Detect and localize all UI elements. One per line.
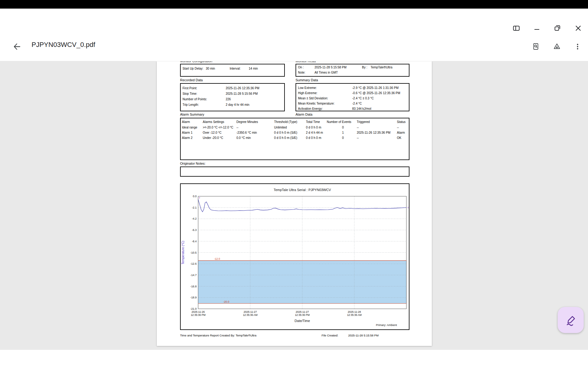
field-value: 14 min	[249, 67, 258, 70]
find-in-document-icon	[532, 43, 540, 51]
section-title-summary-data: Summary Data	[296, 78, 318, 82]
annotate-pen-icon	[564, 314, 577, 327]
alarm-cell: >=-20.0 °C <=-12.0 °C	[203, 126, 233, 129]
back-button[interactable]	[10, 40, 24, 53]
field-label: Low Extreme:	[298, 86, 317, 90]
alarm-col-header: Triggered	[357, 120, 370, 124]
restore-icon	[553, 24, 561, 32]
section-title-alarm-data: Alarm Data	[296, 113, 312, 116]
find-in-document-button[interactable]	[529, 40, 543, 53]
taskbar: VIE 28	[0, 350, 588, 368]
svg-text:2025-11-28: 2025-11-28	[348, 310, 361, 313]
field-label: Mean ± Std Deviation:	[298, 97, 328, 100]
svg-text:T: T	[407, 206, 409, 209]
section-title-alarm-summary: Alarm Summary	[180, 113, 204, 116]
alarm-cell: Over -12.0 °C	[203, 131, 221, 134]
field-label: Note:	[298, 71, 305, 74]
svg-text:2025-11-27: 2025-11-27	[244, 310, 257, 313]
file-created-value: 2025-11-28 5:15:58 PM	[348, 334, 379, 337]
field-value: -2.4 °C ± 0.3 °C	[352, 97, 374, 100]
alarm-cell: 1	[342, 131, 344, 134]
alarm-cell: Unlimited	[274, 126, 287, 129]
temperature-chart-box: 0.0-2.1-4.2-6.3-8.4-10.5-12.6-14.7-16.8-…	[180, 183, 409, 330]
alarm-cell: --	[357, 126, 359, 129]
app-header: PJPYN03WCV_0.pdf	[0, 9, 588, 61]
alarm-cell: Alarm	[397, 131, 405, 134]
field-label: By :	[362, 66, 367, 69]
alarm-cell: Under -20.0 °C	[203, 136, 223, 140]
svg-text:-14.7: -14.7	[190, 274, 197, 277]
pdf-page: Monitor Configuration Start Up Delay: 30…	[157, 61, 432, 346]
alarm-col-header: Alarms Settings	[203, 120, 224, 124]
alarm-cell: 2025-11-26 12:35:36 PM	[357, 131, 390, 134]
field-label: On :	[298, 66, 304, 69]
alarm-cell: 0	[342, 126, 344, 129]
originator-notes-box	[180, 167, 409, 177]
svg-text:Primary: Ambient: Primary: Ambient	[376, 324, 397, 327]
svg-text:TempTale Ultra Serial : PJPYN: TempTale Ultra Serial : PJPYN03WCV	[273, 188, 331, 192]
alarm-cell: Ideal range	[182, 126, 197, 129]
svg-text:0.0: 0.0	[193, 195, 197, 198]
alarm-col-header: Threshold (Type)	[274, 120, 297, 124]
pdf-viewport[interactable]: Monitor Configuration Start Up Delay: 30…	[0, 61, 588, 350]
minimize-button[interactable]	[531, 22, 543, 34]
field-label: First Point:	[183, 86, 197, 90]
section-title-originator-notes: Originator Notes:	[180, 162, 205, 165]
more-options-button[interactable]	[571, 40, 584, 53]
alarm-col-header: Alarm	[182, 120, 190, 124]
field-value: All Times in GMT	[315, 71, 338, 74]
alarm-col-header: Status	[397, 120, 405, 124]
alarm-col-header: Number of Events	[327, 120, 351, 124]
field-value: TempTale®Ultra	[371, 66, 392, 69]
section-title-recorded-data: Recorded Data	[180, 78, 203, 82]
svg-text:12:35:36 AM: 12:35:36 AM	[243, 313, 258, 316]
alarm-cell: 2 d 4 h 44 m	[306, 131, 323, 134]
svg-text:-10.5: -10.5	[190, 251, 197, 254]
section-title-monitor-read: Monitor Read	[296, 61, 316, 63]
snap-layout-icon	[512, 24, 520, 32]
alarm-cell: 0.0 °C min	[236, 136, 251, 140]
svg-text:-16.8: -16.8	[190, 285, 197, 288]
more-options-icon	[574, 43, 582, 51]
svg-text:-20.0: -20.0	[223, 300, 229, 303]
field-label: Stop Time:	[183, 92, 197, 95]
field-value: 2025-11-26 12:35:36 PM	[226, 86, 259, 90]
annotate-button[interactable]	[558, 307, 584, 333]
screen: PJPYN03WCV_0.pdf Monitor	[0, 0, 588, 368]
temperature-chart: 0.0-2.1-4.2-6.3-8.4-10.5-12.6-14.7-16.8-…	[181, 184, 409, 329]
document-title: PJPYN03WCV_0.pdf	[32, 41, 95, 49]
alarm-cell: 0	[342, 136, 344, 140]
close-button[interactable]	[572, 22, 584, 34]
snap-layout-button[interactable]	[510, 22, 522, 34]
recorded-data-box: First Point:2025-11-26 12:35:36 PMStop T…	[180, 83, 285, 111]
alarm-cell: 0 d 0 h 0 m (S/E)	[274, 136, 297, 140]
svg-text:-8.4: -8.4	[192, 240, 197, 243]
minimize-icon	[533, 24, 541, 32]
alarm-cell: --	[357, 136, 359, 140]
back-arrow-icon	[13, 42, 21, 51]
field-value: -2.9 °C @ 2025-11-26 1:31:36 PM	[352, 86, 398, 90]
alarm-cell: 0 d 0 h 0 m	[306, 136, 321, 140]
field-label: Interval:	[230, 67, 241, 70]
svg-text:-12.0: -12.0	[214, 257, 220, 260]
status-bar	[0, 0, 588, 9]
svg-text:12:35:36 PM: 12:35:36 PM	[295, 313, 310, 316]
field-value: 83.144 kJ/mol	[352, 107, 371, 110]
field-value: 2025-11-28 5:15:58 PM	[315, 66, 346, 69]
field-value: 30 min	[206, 67, 215, 70]
svg-text:Date/Time: Date/Time	[295, 319, 310, 323]
svg-text:12:35:36 AM: 12:35:36 AM	[347, 313, 362, 316]
add-to-drive-button[interactable]	[550, 40, 564, 53]
svg-text:2025-11-26: 2025-11-26	[192, 310, 205, 313]
field-label: Trip Length:	[183, 103, 199, 106]
restore-button[interactable]	[551, 22, 564, 34]
close-icon	[574, 24, 582, 32]
alarm-col-header: Degree Minutes	[236, 120, 258, 124]
alarm-cell: --	[236, 126, 239, 129]
monitor-configuration-box: Start Up Delay: 30 min Interval: 14 min	[180, 64, 285, 77]
svg-text:12:35:36 PM: 12:35:36 PM	[191, 313, 205, 316]
field-value: 226	[226, 98, 231, 101]
file-created-label: File Created:	[322, 334, 338, 337]
summary-data-box: Low Extreme:-2.9 °C @ 2025-11-26 1:31:36…	[296, 83, 409, 111]
alarm-cell: Alarm 2	[182, 136, 192, 140]
